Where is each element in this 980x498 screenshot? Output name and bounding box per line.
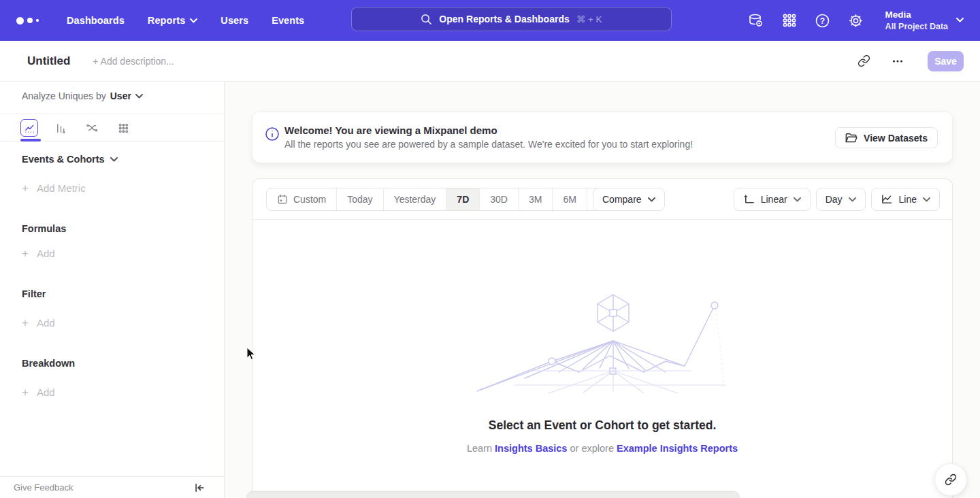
analyze-entity-dropdown[interactable]: User xyxy=(110,90,143,101)
chevron-down-icon xyxy=(849,197,856,202)
nav-events[interactable]: Events xyxy=(272,15,304,26)
analyze-uniques-row: Analyze Uniques by User xyxy=(22,90,143,101)
chevron-down-icon xyxy=(794,197,801,202)
chevron-down-icon xyxy=(110,157,118,162)
project-scope: All Project Data xyxy=(885,21,948,32)
range-30d[interactable]: 30D xyxy=(479,188,518,210)
more-options-icon[interactable] xyxy=(888,52,907,71)
calendar-icon xyxy=(277,194,288,205)
copy-link-icon[interactable] xyxy=(854,52,873,71)
top-nav: Dashboards Reports Users Events Open Rep… xyxy=(0,0,980,41)
linear-axis-icon xyxy=(743,194,755,205)
range-7d[interactable]: 7D xyxy=(446,188,479,210)
search-icon xyxy=(421,14,432,25)
example-insights-reports-link[interactable]: Example Insights Reports xyxy=(617,443,738,454)
collapse-sidebar-icon[interactable] xyxy=(193,481,206,495)
scale-dropdown[interactable]: Linear xyxy=(734,188,811,211)
link-icon xyxy=(945,474,957,486)
chevron-down-icon xyxy=(135,94,143,99)
range-custom[interactable]: Custom xyxy=(267,188,336,210)
range-yesterday[interactable]: Yesterday xyxy=(383,188,446,210)
main-content: Welcome! You are viewing a Mixpanel demo… xyxy=(225,82,980,498)
add-formula-button[interactable]: + Add xyxy=(22,248,55,259)
folder-icon xyxy=(845,133,858,144)
data-management-icon[interactable] xyxy=(748,12,764,29)
nav-users[interactable]: Users xyxy=(220,15,248,26)
plus-icon: + xyxy=(22,182,29,194)
plus-icon: + xyxy=(22,317,29,329)
global-search[interactable]: Open Reports & Dashboards ⌘ + K xyxy=(351,7,672,31)
nav-reports[interactable]: Reports xyxy=(148,15,198,26)
bottom-panel-peek xyxy=(246,491,740,498)
mixpanel-insights-app: Dashboards Reports Users Events Open Rep… xyxy=(0,0,980,498)
learn-prefix: Learn xyxy=(467,443,495,454)
svg-text:?: ? xyxy=(820,16,825,25)
report-card: Custom Today Yesterday 7D 30D 3M 6M 12M … xyxy=(252,178,953,498)
info-icon xyxy=(265,127,280,142)
plus-icon: + xyxy=(22,248,29,259)
line-chart-icon xyxy=(881,194,893,205)
project-switcher[interactable]: Media All Project Data xyxy=(885,9,964,32)
report-description-placeholder[interactable]: + Add description... xyxy=(93,56,174,67)
interval-dropdown[interactable]: Day xyxy=(816,188,866,211)
tab-metric-grid[interactable] xyxy=(114,119,132,137)
insights-basics-link[interactable]: Insights Basics xyxy=(495,443,567,454)
formulas-section: Formulas xyxy=(22,223,66,234)
tab-bar-chart[interactable] xyxy=(52,119,69,137)
breakdown-section: Breakdown xyxy=(22,358,75,369)
chart-controls-bar: Custom Today Yesterday 7D 30D 3M 6M 12M … xyxy=(252,179,952,220)
help-icon[interactable]: ? xyxy=(815,12,831,29)
chevron-down-icon xyxy=(923,197,930,202)
compare-button[interactable]: Compare xyxy=(593,188,665,211)
range-6m[interactable]: 6M xyxy=(552,188,586,210)
query-sidebar: Analyze Uniques by User xyxy=(0,82,225,498)
give-feedback-link[interactable]: Give Feedback xyxy=(14,482,73,493)
chevron-down-icon xyxy=(190,18,197,23)
share-link-button[interactable] xyxy=(934,463,967,496)
add-filter-button[interactable]: + Add xyxy=(22,317,55,329)
add-metric-button[interactable]: + Add Metric xyxy=(22,182,86,194)
date-range-selector: Custom Today Yesterday 7D 30D 3M 6M 12M xyxy=(266,188,627,211)
view-datasets-button[interactable]: View Datasets xyxy=(835,127,938,148)
welcome-banner: Welcome! You are viewing a Mixpanel demo… xyxy=(252,111,953,163)
search-placeholder: Open Reports & Dashboards xyxy=(439,14,569,24)
search-shortcut: ⌘ + K xyxy=(576,14,602,24)
apps-grid-icon[interactable] xyxy=(781,12,798,29)
range-3m[interactable]: 3M xyxy=(518,188,552,210)
banner-subtitle: All the reports you see are powered by a… xyxy=(284,139,693,150)
chevron-down-icon xyxy=(648,197,655,202)
sidebar-footer: Give Feedback xyxy=(0,476,224,498)
plus-icon: + xyxy=(22,386,29,398)
banner-title: Welcome! You are viewing a Mixpanel demo xyxy=(284,124,693,136)
empty-state-subtitle: Learn Insights Basics or explore Example… xyxy=(252,443,952,454)
filter-section: Filter xyxy=(22,288,46,299)
settings-gear-icon[interactable] xyxy=(848,12,864,29)
empty-state-title: Select an Event or Cohort to get started… xyxy=(252,418,952,433)
report-header: Untitled + Add description... Save xyxy=(0,41,980,82)
report-title[interactable]: Untitled xyxy=(27,54,70,68)
analyze-label: Analyze Uniques by xyxy=(22,90,106,101)
tab-flow-chart[interactable] xyxy=(83,119,101,137)
chart-type-dropdown[interactable]: Line xyxy=(871,188,940,211)
or-explore-text: or explore xyxy=(567,443,617,454)
save-button[interactable]: Save xyxy=(928,51,964,71)
range-today[interactable]: Today xyxy=(336,188,382,210)
empty-state-illustration xyxy=(474,288,732,393)
project-name: Media xyxy=(885,9,948,21)
chevron-down-icon xyxy=(956,18,964,22)
chart-type-tabs xyxy=(0,114,224,142)
add-breakdown-button[interactable]: + Add xyxy=(22,386,55,398)
nav-dashboards[interactable]: Dashboards xyxy=(67,15,125,26)
tab-line-chart[interactable] xyxy=(20,119,38,137)
mixpanel-logo[interactable] xyxy=(16,17,44,24)
events-cohorts-section[interactable]: Events & Cohorts xyxy=(22,154,118,165)
active-tab-underline xyxy=(20,139,41,142)
